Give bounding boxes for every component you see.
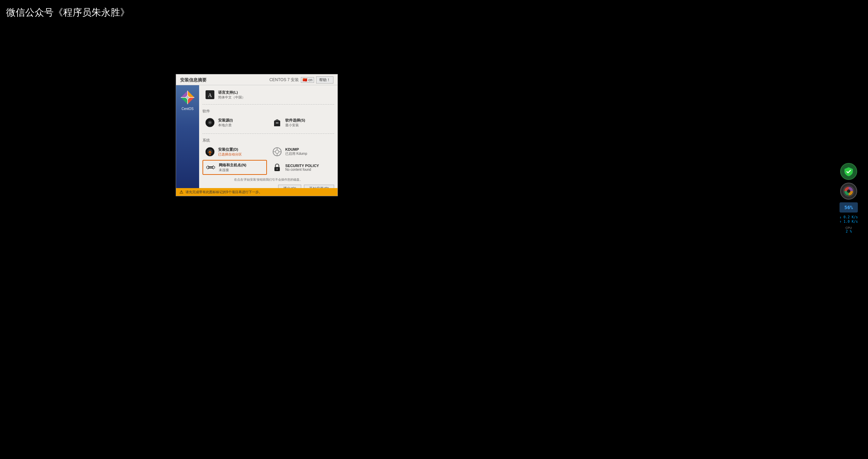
security-policy-subtitle: No content found bbox=[285, 168, 319, 171]
svg-point-33 bbox=[276, 168, 278, 170]
install-source-title: 安装源(I) bbox=[218, 118, 233, 123]
centos-label: CENTOS 7 安装 bbox=[269, 77, 299, 83]
install-source-item[interactable]: 安装源(I) 本地介质 bbox=[202, 116, 267, 129]
lang-flag: 🇨🇳 cn bbox=[301, 77, 314, 83]
shield-indicator bbox=[840, 163, 857, 180]
network-hostname-subtitle: 未连接 bbox=[219, 168, 246, 172]
svg-point-23 bbox=[275, 150, 279, 153]
cpu-value: 2 % bbox=[846, 230, 852, 233]
warning-icon: ⚠ bbox=[179, 189, 184, 195]
kdump-icon bbox=[272, 146, 283, 157]
cpu-stat: CPU 2 % bbox=[845, 226, 852, 233]
system-grid: 安装位置(D) 已选择自动分区 bbox=[202, 145, 334, 175]
kdump-subtitle: 已启用 Kdump bbox=[285, 151, 307, 156]
percent-value: 56% bbox=[844, 205, 853, 210]
install-destination-item[interactable]: 安装位置(D) 已选择自动分区 bbox=[202, 145, 267, 159]
cpu-label: CPU bbox=[845, 226, 852, 230]
network-hostname-title: 网络和主机名(N) bbox=[219, 163, 246, 168]
software-selection-subtitle: 最小安装 bbox=[285, 123, 305, 128]
install-destination-subtitle: 已选择自动分区 bbox=[218, 152, 242, 157]
box-icon bbox=[272, 117, 283, 128]
watermark: 微信公众号《程序员朱永胜》 bbox=[6, 6, 130, 19]
language-subtitle: 简体中文（中国） bbox=[218, 95, 245, 100]
software-grid: 安装源(I) 本地介质 软件选择(S) 最小 bbox=[202, 116, 334, 129]
svg-rect-16 bbox=[276, 122, 278, 124]
security-policy-item[interactable]: SECURITY POLICY No content found bbox=[270, 160, 334, 175]
software-selection-item[interactable]: 软件选择(S) 最小安装 bbox=[270, 116, 334, 129]
percent-display: 56% bbox=[840, 202, 858, 213]
install-source-text: 安装源(I) 本地介质 bbox=[218, 118, 233, 128]
svg-point-35 bbox=[847, 189, 850, 193]
installer-top-right: CENTOS 7 安装 🇨🇳 cn 帮助！ bbox=[269, 76, 333, 84]
help-button[interactable]: 帮助！ bbox=[316, 76, 333, 84]
install-source-subtitle: 本地介质 bbox=[218, 123, 233, 128]
warning-bar: ⚠ 请先完成带有此图标标记的9个项目再进行下一步。 bbox=[176, 188, 337, 196]
installer-header: 安装信息摘要 CENTOS 7 安装 🇨🇳 cn 帮助！ bbox=[176, 74, 337, 85]
circular-indicator bbox=[840, 183, 857, 200]
security-policy-title: SECURITY POLICY bbox=[285, 164, 319, 168]
installer-window: 安装信息摘要 CENTOS 7 安装 🇨🇳 cn 帮助！ bbox=[176, 74, 338, 196]
bottom-note: 在点击'开始安装'按钮前我们引不会操作您的磁盘。 bbox=[202, 178, 334, 182]
software-header: 软件 bbox=[202, 109, 334, 114]
sidebar: CentOS bbox=[176, 85, 199, 188]
divider-2 bbox=[202, 133, 334, 134]
software-selection-text: 软件选择(S) 最小安装 bbox=[285, 118, 305, 128]
divider-1 bbox=[202, 104, 334, 105]
svg-point-12 bbox=[209, 122, 211, 123]
language-icon: A bbox=[205, 89, 215, 100]
network-icon bbox=[205, 162, 216, 173]
install-button[interactable]: 开始安装(B) bbox=[304, 185, 334, 188]
kdump-title: KDUMP bbox=[285, 147, 307, 151]
exit-button[interactable]: 退出(Q) bbox=[278, 185, 301, 188]
installer-body: CentOS A 语言支持(L) 简体中文（中国） 软件 bbox=[176, 85, 337, 188]
warning-text: 请先完成带有此图标标记的9个项目再进行下一步。 bbox=[186, 190, 262, 195]
centos-logo bbox=[179, 89, 196, 106]
centos-logo-text: CentOS bbox=[181, 107, 194, 111]
disk-icon bbox=[205, 146, 215, 157]
disc-icon bbox=[205, 117, 215, 128]
main-content: A 语言支持(L) 简体中文（中国） 软件 bbox=[199, 85, 337, 188]
svg-rect-21 bbox=[210, 153, 211, 155]
security-policy-text: SECURITY POLICY No content found bbox=[285, 164, 319, 171]
installer-title: 安装信息摘要 bbox=[180, 77, 207, 83]
install-destination-title: 安装位置(D) bbox=[218, 147, 242, 152]
system-header: 系统 bbox=[202, 138, 334, 143]
bottom-buttons: 退出(Q) 开始安装(B) bbox=[202, 185, 334, 188]
software-selection-title: 软件选择(S) bbox=[285, 118, 305, 123]
network-stats: ↓ 0.2 K/s ↑ 1.0 K/s bbox=[840, 215, 858, 223]
language-item-text: 语言支持(L) 简体中文（中国） bbox=[218, 90, 245, 100]
network-up-stat: ↑ 1.0 K/s bbox=[840, 220, 858, 223]
network-down-stat: ↓ 0.2 K/s bbox=[840, 215, 858, 219]
system-indicators: 56% ↓ 0.2 K/s ↑ 1.0 K/s CPU 2 % bbox=[840, 163, 858, 233]
language-title: 语言支持(L) bbox=[218, 90, 245, 95]
network-hostname-item[interactable]: 网络和主机名(N) 未连接 bbox=[202, 160, 267, 175]
svg-marker-15 bbox=[274, 119, 280, 121]
kdump-item[interactable]: KDUMP 已启用 Kdump bbox=[270, 145, 334, 159]
kdump-text: KDUMP 已启用 Kdump bbox=[285, 147, 307, 156]
lock-icon bbox=[272, 162, 283, 173]
network-hostname-text: 网络和主机名(N) 未连接 bbox=[219, 163, 246, 172]
language-support-item[interactable]: A 语言支持(L) 简体中文（中国） bbox=[202, 88, 334, 102]
svg-text:A: A bbox=[208, 92, 212, 98]
install-destination-text: 安装位置(D) 已选择自动分区 bbox=[218, 147, 242, 157]
